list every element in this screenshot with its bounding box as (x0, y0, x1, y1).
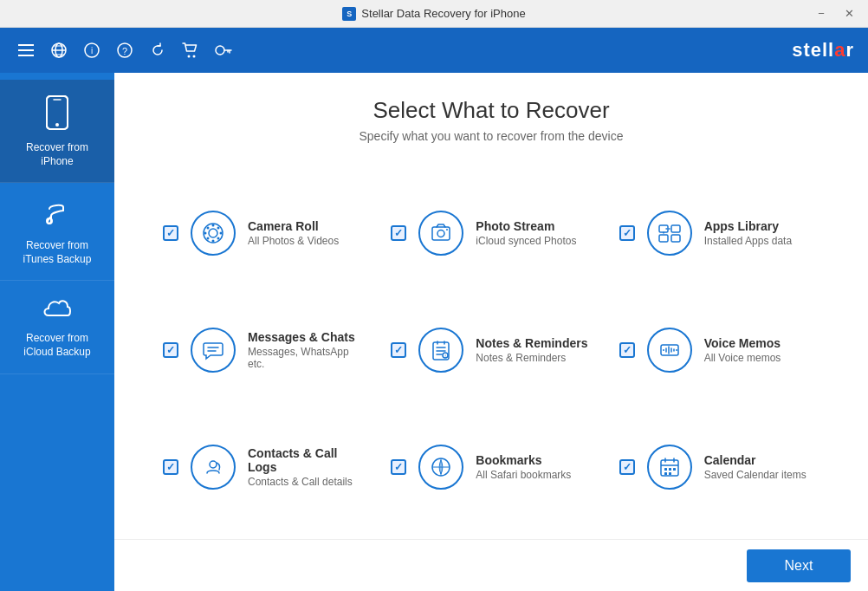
bookmarks-desc: All Safari bookmarks (476, 469, 571, 481)
svg-point-31 (207, 237, 210, 239)
camera-roll-icon (191, 211, 236, 256)
content-subtitle: Specify what you want to recover from th… (132, 129, 851, 143)
svg-text:i: i (91, 46, 93, 55)
voice-memos-desc: All Voice memos (704, 352, 781, 364)
apps-library-text: Apps Library Installed Apps data (704, 219, 792, 247)
svg-point-20 (55, 123, 59, 127)
info-button[interactable]: i (76, 35, 107, 66)
help-button[interactable]: ? (109, 35, 140, 66)
sidebar: Recover fromiPhone Recover fromiTunes Ba… (0, 73, 114, 591)
svg-point-34 (437, 230, 444, 237)
recovery-item-bookmarks: Bookmarks All Safari bookmarks (377, 408, 605, 525)
svg-point-24 (209, 229, 217, 237)
next-button[interactable]: Next (747, 549, 851, 582)
messages-text: Messages & Chats Messages, WhatsApp etc. (248, 330, 363, 370)
key-button[interactable] (208, 35, 239, 66)
cart-button[interactable] (175, 35, 206, 66)
sidebar-item-recover-iphone[interactable]: Recover fromiPhone (0, 80, 114, 183)
help-icon: ? (117, 42, 133, 58)
minimize-button[interactable]: − (809, 2, 833, 26)
calendar-icon (647, 445, 692, 490)
app-logo: stellar (792, 39, 854, 62)
checkbox-photo-stream[interactable] (391, 225, 406, 241)
svg-point-22 (47, 218, 52, 224)
checkbox-bookmarks[interactable] (391, 459, 406, 475)
apps-library-desc: Installed Apps data (704, 235, 792, 247)
svg-point-29 (207, 226, 210, 229)
svg-point-30 (217, 226, 220, 229)
menu-button[interactable] (10, 35, 42, 66)
recovery-grid: Camera Roll All Photos & Videos Photo S (114, 160, 868, 539)
sidebar-item-recover-icloud[interactable]: Recover fromiCloud Backup (0, 281, 114, 373)
svg-point-26 (212, 239, 215, 242)
bookmarks-text: Bookmarks All Safari bookmarks (476, 453, 571, 481)
voice-memos-text: Voice Memos All Voice memos (704, 336, 781, 364)
contacts-name: Contacts & Call Logs (248, 446, 363, 474)
sidebar-label-itunes: Recover fromiTunes Backup (23, 239, 92, 266)
recovery-item-calendar: Calendar Saved Calendar items (606, 408, 833, 525)
svg-rect-68 (664, 472, 667, 475)
sidebar-label-icloud: Recover fromiCloud Backup (23, 332, 90, 359)
svg-point-35 (446, 229, 448, 231)
svg-point-27 (204, 231, 207, 234)
svg-point-12 (188, 55, 191, 58)
svg-rect-38 (659, 235, 668, 242)
app-icon: S (342, 7, 356, 21)
refresh-icon (150, 42, 165, 58)
contacts-desc: Contacts & Call details (248, 476, 363, 488)
contacts-text: Contacts & Call Logs Contacts & Call det… (248, 446, 363, 488)
svg-rect-37 (671, 225, 680, 232)
calendar-name: Calendar (704, 453, 806, 467)
svg-rect-2 (18, 55, 34, 56)
apps-library-name: Apps Library (704, 219, 792, 233)
checkbox-messages[interactable] (163, 342, 178, 358)
sidebar-item-recover-itunes[interactable]: Recover fromiTunes Backup (0, 183, 114, 281)
messages-name: Messages & Chats (248, 330, 363, 344)
key-icon (215, 42, 232, 58)
svg-point-57 (210, 461, 217, 468)
titlebar: S Stellar Data Recovery for iPhone − ✕ (0, 0, 868, 28)
voice-memos-name: Voice Memos (704, 336, 781, 350)
content-title: Select What to Recover (132, 97, 851, 124)
svg-point-13 (193, 55, 196, 58)
footer: Next (114, 539, 868, 591)
checkbox-camera-roll[interactable] (163, 225, 178, 241)
recovery-item-camera-roll: Camera Roll All Photos & Videos (149, 174, 377, 291)
svg-point-28 (220, 231, 223, 234)
recovery-item-apps-library: Apps Library Installed Apps data (606, 174, 833, 291)
messages-desc: Messages, WhatsApp etc. (248, 346, 363, 370)
photo-stream-icon (418, 211, 463, 256)
itunes-icon (42, 198, 72, 232)
globe-icon (50, 42, 68, 59)
icloud-icon (42, 296, 73, 325)
main-layout: Recover fromiPhone Recover fromiTunes Ba… (0, 73, 868, 591)
checkbox-notes[interactable] (391, 342, 406, 358)
bookmarks-name: Bookmarks (476, 453, 571, 467)
cart-icon (182, 42, 199, 58)
calendar-text: Calendar Saved Calendar items (704, 453, 806, 481)
checkbox-voice-memos[interactable] (619, 342, 635, 358)
photo-stream-desc: iCloud synced Photos (476, 235, 576, 247)
checkbox-calendar[interactable] (619, 459, 635, 475)
globe-button[interactable] (43, 35, 74, 66)
recovery-item-notes: ! Notes & Reminders Notes & Reminders (377, 291, 605, 408)
refresh-button[interactable] (142, 35, 173, 66)
voice-memos-icon (647, 328, 692, 373)
menu-icon (18, 44, 34, 56)
checkbox-contacts[interactable] (163, 459, 178, 475)
svg-rect-39 (671, 235, 680, 242)
notes-name: Notes & Reminders (476, 336, 587, 350)
bookmarks-icon (418, 445, 463, 490)
toolbar-left: i ? (10, 35, 239, 66)
checkbox-apps-library[interactable] (619, 225, 635, 241)
titlebar-title: S Stellar Data Recovery for iPhone (342, 7, 525, 21)
photo-stream-text: Photo Stream iCloud synced Photos (476, 219, 576, 247)
notes-desc: Notes & Reminders (476, 352, 587, 364)
messages-icon (191, 328, 236, 373)
close-button[interactable]: ✕ (837, 2, 861, 26)
recovery-item-voice-memos: Voice Memos All Voice memos (606, 291, 833, 408)
recovery-item-contacts: Contacts & Call Logs Contacts & Call det… (149, 408, 377, 525)
calendar-desc: Saved Calendar items (704, 469, 806, 481)
svg-point-32 (217, 237, 220, 239)
svg-rect-65 (664, 468, 667, 471)
